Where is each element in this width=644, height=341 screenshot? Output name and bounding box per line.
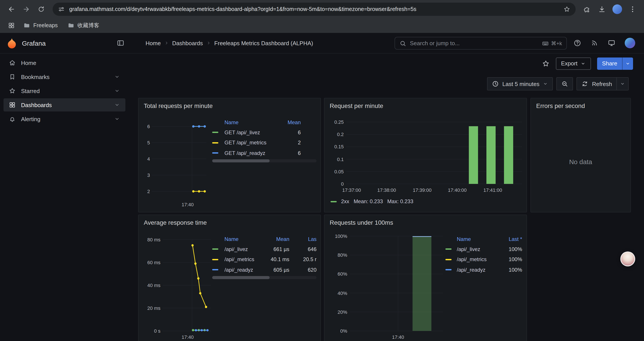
- breadcrumb-current: Freeleaps Metrics Dashboard (ALPHA): [214, 40, 313, 46]
- browser-menu-button[interactable]: [626, 2, 640, 16]
- y-tick: 40 ms: [138, 283, 160, 288]
- legend-row: GET /api/_metrics 2: [212, 138, 316, 148]
- sidebar-brand-row: Grafana: [0, 33, 131, 54]
- chevron-down-icon[interactable]: [114, 74, 120, 80]
- breadcrumb-home[interactable]: Home: [146, 40, 161, 46]
- sidebar-toggle-icon[interactable]: [116, 39, 124, 47]
- chevron-down-icon[interactable]: [114, 116, 120, 122]
- kiosk-monitor-icon[interactable]: [608, 39, 616, 47]
- under-100ms-chart: [324, 215, 528, 341]
- y-tick: 40%: [324, 290, 347, 296]
- y-tick: 5: [138, 140, 150, 145]
- bookmark-icon: [9, 73, 16, 80]
- share-dropdown-button[interactable]: [622, 57, 633, 70]
- legend-series-name[interactable]: GET /api/_readyz: [224, 150, 273, 156]
- bell-icon: [9, 115, 16, 122]
- scrollbar-thumb[interactable]: [212, 276, 270, 279]
- help-icon[interactable]: [574, 39, 581, 47]
- legend-header-last[interactable]: Last *: [499, 236, 522, 242]
- site-info-icon[interactable]: [58, 6, 65, 13]
- sidebar-item-alerting[interactable]: Alerting: [4, 112, 126, 126]
- legend-series-name[interactable]: 2xx: [341, 198, 349, 204]
- legend-series-name[interactable]: /api/_metrics: [224, 256, 260, 263]
- sidebar-item-bookmarks[interactable]: Bookmarks: [4, 70, 126, 83]
- time-range-picker[interactable]: Last 5 minutes: [487, 77, 553, 90]
- legend-series-name[interactable]: GET /api/_metrics: [224, 140, 273, 146]
- legend-series-mean: 661 µs: [263, 246, 289, 252]
- legend-table: Name Last * /api/_livez 100% /api/_metri…: [446, 234, 522, 275]
- y-tick: 60%: [324, 271, 347, 276]
- chevron-down-icon[interactable]: [114, 88, 120, 94]
- legend-header-last[interactable]: Las: [292, 236, 316, 242]
- legend-series-name[interactable]: /api/_readyz: [224, 267, 260, 273]
- url-text[interactable]: grafana.mathmast.com/d/deytv4rwavabkb/fr…: [69, 6, 559, 12]
- browser-profile-avatar[interactable]: [612, 4, 622, 14]
- legend-header-name[interactable]: Name: [224, 119, 273, 126]
- downloads-button[interactable]: [595, 2, 609, 16]
- legend-series-name[interactable]: /api/_readyz: [457, 267, 497, 273]
- floating-avatar[interactable]: [620, 251, 635, 266]
- legend-scrollbar[interactable]: [212, 159, 316, 162]
- y-tick: 20 ms: [138, 305, 160, 311]
- chevron-down-icon[interactable]: [114, 102, 120, 108]
- favorite-star-icon[interactable]: [542, 60, 550, 67]
- scrollbar-thumb[interactable]: [212, 159, 270, 162]
- y-tick: 6: [138, 124, 150, 129]
- bookmark-item-freeleaps[interactable]: Freeleaps: [19, 20, 62, 31]
- y-tick: 60 ms: [138, 260, 160, 265]
- legend-table: Name Mean Las /api/_livez 661 µs 646: [212, 234, 316, 275]
- legend-header-name[interactable]: Name: [224, 236, 260, 242]
- panel-under-100ms: Requests under 100ms 100% 80% 60% 40% 20…: [324, 215, 527, 341]
- legend-row: /api/_livez 661 µs 646: [212, 244, 316, 254]
- x-tick: 17:40: [177, 202, 198, 207]
- series-color-dash: [330, 201, 337, 202]
- reload-button[interactable]: [34, 2, 48, 16]
- legend-series-name[interactable]: /api/_metrics: [457, 256, 497, 263]
- y-tick: 3: [138, 172, 150, 178]
- legend-row: /api/_metrics 100%: [446, 254, 522, 265]
- search-bar[interactable]: ⌘+k: [394, 37, 567, 50]
- bookmark-star-icon[interactable]: [563, 6, 570, 13]
- export-button[interactable]: Export: [556, 57, 591, 70]
- sidebar-item-starred[interactable]: Starred: [4, 84, 126, 97]
- legend-header-mean[interactable]: Mean: [275, 119, 301, 126]
- y-tick: 4: [138, 156, 150, 162]
- legend-row: /api/_readyz 605 µs 620: [212, 265, 316, 275]
- legend-series-name[interactable]: /api/_livez: [457, 246, 497, 252]
- legend-series-mean: 6: [275, 129, 301, 136]
- extensions-button[interactable]: [580, 2, 594, 16]
- sidebar-item-dashboards[interactable]: Dashboards: [4, 98, 126, 112]
- breadcrumb-dashboards[interactable]: Dashboards: [172, 40, 203, 46]
- series-color-dash: [212, 249, 218, 250]
- bookmark-label: Freeleaps: [33, 22, 58, 29]
- brand-title[interactable]: Grafana: [22, 39, 46, 47]
- search-input[interactable]: [410, 40, 538, 47]
- y-tick: 0 s: [138, 328, 160, 333]
- refresh-button[interactable]: Refresh: [577, 77, 616, 90]
- zoom-out-button[interactable]: [556, 77, 573, 90]
- header-icons: [574, 38, 638, 48]
- apps-button[interactable]: [5, 19, 18, 32]
- url-bar[interactable]: grafana.mathmast.com/d/deytv4rwavabkb/fr…: [52, 3, 576, 16]
- folder-icon: [23, 22, 30, 29]
- legend-series-last: 20.5 r: [292, 256, 316, 263]
- refresh-interval-dropdown[interactable]: [616, 77, 629, 90]
- share-button[interactable]: Share: [597, 57, 622, 70]
- legend-series-name[interactable]: /api/_livez: [224, 246, 260, 252]
- keyboard-icon: [542, 40, 549, 47]
- bookmark-item-blogs[interactable]: 收藏博客: [63, 20, 103, 31]
- y-tick: 100%: [324, 233, 347, 239]
- legend-series-name[interactable]: GET /api/_livez: [224, 129, 273, 136]
- panel-title[interactable]: Errors per second: [536, 102, 585, 109]
- panel-avg-response-time: Average response time 80 ms 60 ms 40 ms …: [138, 215, 321, 341]
- news-rss-icon[interactable]: [590, 39, 598, 47]
- forward-button[interactable]: [19, 2, 33, 16]
- legend-header-name[interactable]: Name: [457, 236, 497, 242]
- legend-series-mean: 40.1 ms: [263, 256, 289, 263]
- legend-scrollbar[interactable]: [212, 276, 316, 279]
- grafana-logo[interactable]: [6, 37, 18, 49]
- back-button[interactable]: [4, 2, 18, 16]
- user-avatar[interactable]: [625, 38, 635, 48]
- legend-header-mean[interactable]: Mean: [263, 236, 289, 242]
- sidebar-item-home[interactable]: Home: [4, 56, 126, 69]
